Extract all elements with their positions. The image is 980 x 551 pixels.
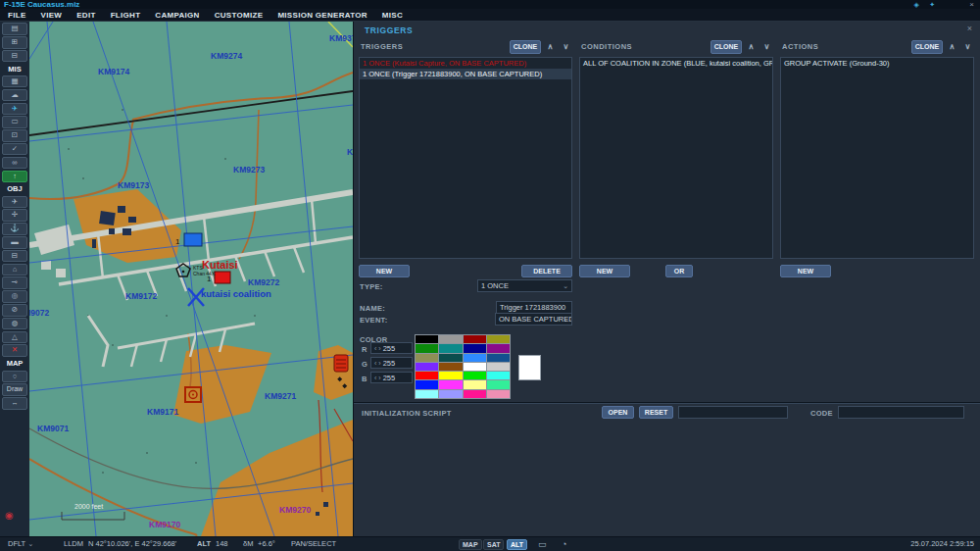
delete-trigger-button[interactable]: DELETE [521,265,572,277]
trigger-down-icon[interactable]: ∨ [560,41,572,53]
menu-item[interactable]: FILE [8,11,26,20]
clock-icon[interactable]: ◔ [562,538,566,551]
weather-icon[interactable]: ☁ [2,89,27,102]
condition-down-icon[interactable]: ∨ [760,41,773,53]
alert-icon[interactable]: ◉ [5,511,14,521]
g-stepper[interactable]: ‹ › 255 [370,357,413,369]
menu-item[interactable]: CUSTOMIZE [215,11,264,20]
preset-dropdown[interactable]: DFLT ⌄ [8,537,33,551]
route-icon[interactable]: ⊸ [2,276,27,289]
alt-layer-button[interactable]: ALT [507,539,527,550]
conditions-list[interactable]: ALL OF COALITION IN ZONE (BLUE, kutaisi … [579,57,773,259]
palette-swatch[interactable] [464,390,486,398]
ruler-icon[interactable]: ↔ [2,397,27,410]
menu-item[interactable]: MISC [382,11,403,20]
window-close-button[interactable]: × [969,0,974,9]
r-stepper[interactable]: ‹ › 255 [370,342,413,354]
palette-swatch[interactable] [464,363,486,371]
or-condition-button[interactable]: OR [665,265,693,277]
new-trigger-button[interactable]: NEW [359,265,410,277]
template-icon[interactable]: ◍ [2,318,27,330]
panel-close-button[interactable]: × [967,24,972,33]
menu-item[interactable]: FLIGHT [111,11,141,20]
zone-poly-icon[interactable]: ⊘ [2,304,27,317]
palette-swatch[interactable] [439,344,462,352]
vehicle-icon[interactable]: ▬ [2,236,27,249]
fly-mission-icon[interactable]: ✈ [2,103,27,116]
sat-layer-button[interactable]: SAT [483,539,504,550]
red-unit-marker[interactable] [215,272,230,283]
palette-swatch[interactable] [487,363,510,371]
static-object-icon[interactable]: ⌂ [2,264,27,276]
event-dropdown[interactable]: ⌄ ON BASE CAPTURED [495,313,572,326]
menu-item[interactable]: CAMPAIGN [155,11,199,20]
briefcase-icon[interactable]: ▦ [2,75,27,88]
palette-swatch[interactable] [464,335,486,343]
action-up-icon[interactable]: ∧ [946,41,958,53]
palette-swatch[interactable] [487,354,510,362]
palette-swatch[interactable] [439,354,462,362]
train-icon[interactable]: ⊟ [2,250,27,263]
map-canvas[interactable]: KM9174KM9274KM937KKM9173KM9273KM9072KM91… [29,22,353,536]
airplane-icon[interactable]: ✈ [2,196,27,209]
palette-swatch[interactable] [487,390,510,398]
palette-swatch[interactable] [439,390,462,398]
new-action-button[interactable]: NEW [780,265,831,277]
palette-swatch[interactable] [416,372,438,379]
palette-swatch[interactable] [439,335,462,343]
wifi-icon[interactable]: ◈ [914,0,919,9]
code-input[interactable] [838,406,964,419]
coord-format-label[interactable]: LLDM [64,537,83,551]
trigger-up-icon[interactable]: ∧ [544,41,557,53]
open-script-button[interactable]: OPEN [602,406,634,419]
palette-swatch[interactable] [439,372,462,379]
ship-icon[interactable]: ⚓ [2,223,27,235]
clone-condition-button[interactable]: CLONE [710,40,742,54]
units-visibility-icon[interactable]: ▭ [538,538,547,551]
action-down-icon[interactable]: ∨ [961,41,974,53]
zone-circle-icon[interactable]: ◎ [2,290,27,303]
validate-icon[interactable]: ✓ [2,143,27,156]
palette-swatch[interactable] [416,335,438,343]
map-layer-button[interactable]: MAP [459,539,482,550]
reset-script-button[interactable]: RESET [639,406,673,419]
palette-swatch[interactable] [416,390,438,398]
antenna-icon[interactable]: ✦ [929,0,935,9]
action-list-item[interactable]: GROUP ACTIVATE (Ground-30) [781,58,973,69]
palette-swatch[interactable] [416,344,438,352]
clone-trigger-button[interactable]: CLONE [510,40,541,54]
new-condition-button[interactable]: NEW [579,265,630,277]
triggers-list[interactable]: 1 ONCE (Kutaisi Capture, ON BASE CAPTURE… [359,57,572,259]
actions-list[interactable]: GROUP ACTIVATE (Ground-30) [780,57,974,259]
mission-options-icon[interactable]: ⊡ [2,129,27,142]
menu-item[interactable]: VIEW [41,11,63,20]
trigger-list-item[interactable]: 1 ONCE (Kutaisi Capture, ON BASE CAPTURE… [360,58,571,69]
palette-swatch[interactable] [487,380,510,388]
palette-swatch[interactable] [416,380,438,388]
palette-swatch[interactable] [439,363,462,371]
menu-item[interactable]: EDIT [76,11,95,20]
palette-swatch[interactable] [416,363,438,371]
helicopter-icon[interactable]: ✢ [2,209,27,222]
shapes-icon[interactable]: △ [2,331,27,344]
palette-swatch[interactable] [487,344,510,352]
type-dropdown[interactable]: ⌄ 1 ONCE [477,279,572,292]
palette-swatch[interactable] [464,372,486,379]
blue-unit-marker[interactable] [184,233,202,246]
open-mission-icon[interactable]: ⊞ [2,36,27,49]
condition-list-item[interactable]: ALL OF COALITION IN ZONE (BLUE, kutaisi … [580,58,772,69]
upload-icon[interactable]: ↑ [2,171,27,183]
palette-swatch[interactable] [464,380,486,388]
palette-swatch[interactable] [439,380,462,388]
palette-swatch[interactable] [464,354,486,362]
condition-up-icon[interactable]: ∧ [745,41,758,53]
delete-icon[interactable]: ✕ [2,344,27,357]
palette-swatch[interactable] [416,354,438,362]
save-mission-icon[interactable]: ⊟ [2,50,27,63]
trigger-zone-icon[interactable]: ▭ [2,116,27,128]
chain-icon[interactable]: ∞ [2,157,27,170]
script-path-input[interactable] [678,406,788,419]
palette-swatch[interactable] [487,372,510,379]
draw-button[interactable]: Draw [2,383,27,396]
new-mission-icon[interactable]: ▤ [2,23,27,35]
